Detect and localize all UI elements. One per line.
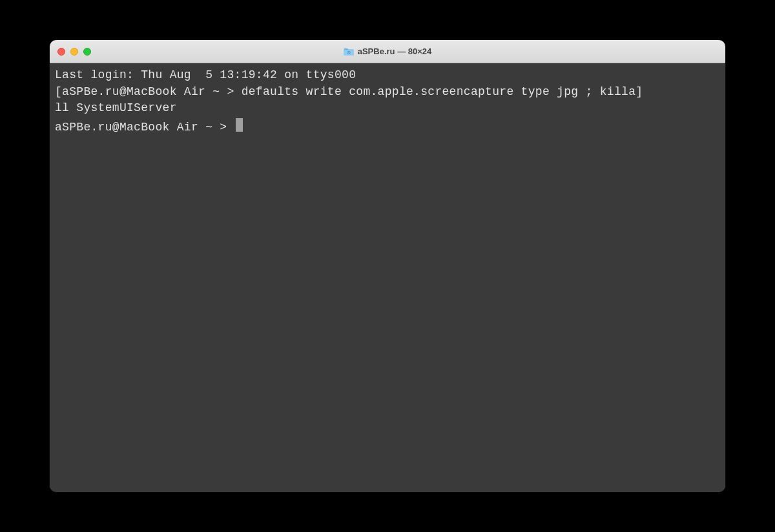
- zoom-button[interactable]: [83, 48, 91, 56]
- terminal-prompt-line: aSPBe.ru@MacBook Air ~ >: [55, 117, 720, 136]
- terminal-prompt: aSPBe.ru@MacBook Air ~ >: [55, 119, 234, 136]
- terminal-output-line: Last login: Thu Aug 5 13:19:42 on ttys00…: [55, 67, 720, 84]
- terminal-output-line: [aSPBe.ru@MacBook Air ~ > defaults write…: [55, 84, 720, 101]
- window-title: aSPBe.ru — 80×24: [344, 46, 432, 56]
- terminal-cursor: [236, 118, 243, 132]
- terminal-content[interactable]: Last login: Thu Aug 5 13:19:42 on ttys00…: [50, 63, 725, 492]
- terminal-window: aSPBe.ru — 80×24 Last login: Thu Aug 5 1…: [50, 40, 725, 492]
- close-button[interactable]: [57, 48, 65, 56]
- terminal-output-line: ll SystemUIServer: [55, 100, 720, 117]
- window-titlebar[interactable]: aSPBe.ru — 80×24: [50, 40, 725, 63]
- minimize-button[interactable]: [70, 48, 78, 56]
- window-title-text: aSPBe.ru — 80×24: [358, 46, 432, 56]
- folder-icon: [344, 47, 354, 56]
- traffic-lights: [50, 48, 91, 56]
